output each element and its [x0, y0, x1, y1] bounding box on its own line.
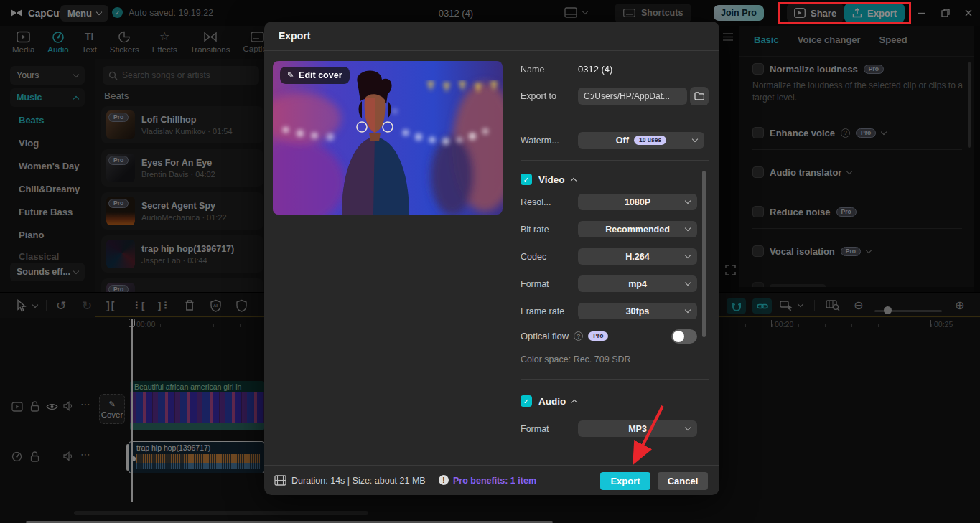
chevron-down-icon [685, 225, 691, 231]
name-label: Name [521, 65, 544, 75]
pencil-icon: ✎ [287, 70, 294, 80]
divider [264, 465, 719, 466]
dialog-scrollbar[interactable] [702, 171, 706, 337]
format-label: Format [521, 279, 549, 289]
audio-checkbox[interactable] [521, 395, 532, 407]
export-path-field[interactable]: C:/Users/HP/AppDat... [578, 88, 687, 105]
codec-dropdown[interactable]: H.264 [578, 248, 697, 265]
divider [521, 379, 709, 380]
audio-format-label: Format [521, 424, 549, 434]
cancel-button[interactable]: Cancel [658, 472, 708, 490]
bitrate-dropdown[interactable]: Recommended [578, 221, 697, 237]
pro-benefits-link[interactable]: Pro benefits: 1 item [453, 476, 536, 486]
edit-cover-button[interactable]: ✎ Edit cover [280, 67, 350, 84]
folder-icon [694, 92, 704, 100]
capcut-window: CapCut Menu ✓ Auto saved: 19:19:22 0312 … [0, 0, 980, 523]
divider [521, 118, 709, 118]
video-section-header: Video [521, 174, 576, 185]
browse-folder-button[interactable] [690, 87, 709, 105]
watermark-label: Waterm... [521, 136, 559, 146]
divider [264, 50, 719, 51]
duration-size-info: Duration: 14s | Size: about 21 MB [291, 476, 426, 486]
framerate-dropdown[interactable]: 30fps [578, 303, 697, 319]
audio-section-header: Audio [521, 395, 577, 407]
framerate-label: Frame rate [521, 306, 564, 316]
optical-flow-toggle[interactable] [671, 329, 697, 344]
audio-format-dropdown[interactable]: MP3 [578, 420, 697, 437]
video-checkbox[interactable] [521, 174, 532, 185]
film-icon [274, 475, 286, 486]
export-confirm-button[interactable]: Export [600, 472, 650, 490]
cover-image [273, 61, 503, 215]
optical-flow-row: Optical flow ? Pro [521, 331, 608, 341]
chevron-down-icon [685, 198, 691, 204]
chevron-down-icon [685, 253, 691, 258]
cover-preview: ✎ Edit cover [273, 61, 503, 215]
export-dialog: Export [264, 22, 719, 495]
chevron-up-icon[interactable] [571, 399, 577, 405]
bitrate-label: Bit rate [521, 225, 549, 235]
name-value[interactable]: 0312 (4) [578, 64, 612, 75]
codec-label: Codec [521, 252, 546, 262]
info-icon: ! [439, 475, 449, 485]
chevron-down-icon [685, 425, 691, 430]
dialog-title: Export [279, 30, 310, 42]
chevron-down-icon [685, 307, 691, 313]
pro-badge: Pro [588, 331, 608, 341]
chevron-down-icon [692, 136, 698, 142]
divider [521, 160, 709, 161]
help-icon: ? [574, 331, 583, 341]
export-to-label: Export to [521, 91, 556, 101]
resolution-dropdown[interactable]: 1080P [578, 194, 697, 210]
uses-badge: 10 uses [634, 136, 666, 145]
color-space-text: Color space: Rec. 709 SDR [521, 354, 631, 364]
format-dropdown[interactable]: mp4 [578, 275, 697, 292]
watermark-dropdown[interactable]: Off 10 uses [578, 132, 704, 149]
resolution-label: Resol... [521, 197, 551, 207]
chevron-up-icon[interactable] [570, 177, 576, 183]
chevron-down-icon [685, 280, 691, 286]
